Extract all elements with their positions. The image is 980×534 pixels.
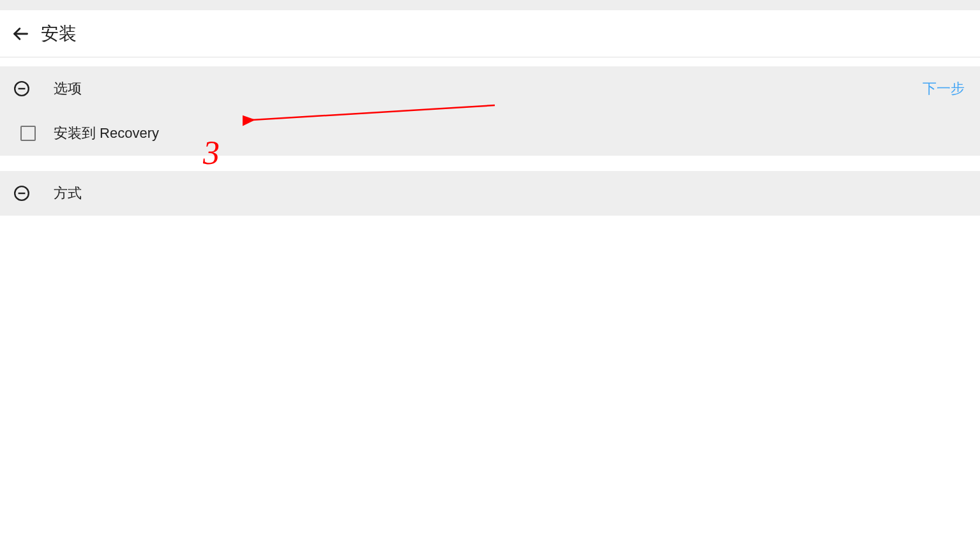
next-button[interactable]: 下一步 xyxy=(923,79,965,98)
option-install-recovery[interactable]: 安装到 Recovery xyxy=(0,111,980,156)
section-options-header[interactable]: 选项 下一步 xyxy=(0,66,980,111)
section-options-title: 选项 xyxy=(54,79,82,98)
section-method-title: 方式 xyxy=(54,184,82,203)
option-install-recovery-label: 安装到 Recovery xyxy=(54,124,159,143)
section-gap xyxy=(0,156,980,171)
back-button[interactable] xyxy=(5,19,36,49)
top-bar xyxy=(0,0,980,10)
page-title: 安装 xyxy=(41,22,77,46)
section-method-header[interactable]: 方式 xyxy=(0,171,980,216)
header: 安装 xyxy=(0,10,980,57)
collapse-icon xyxy=(13,184,31,202)
checkbox-install-recovery[interactable] xyxy=(20,126,36,141)
collapse-icon xyxy=(13,80,31,98)
gap xyxy=(0,57,980,66)
arrow-left-icon xyxy=(11,25,29,43)
